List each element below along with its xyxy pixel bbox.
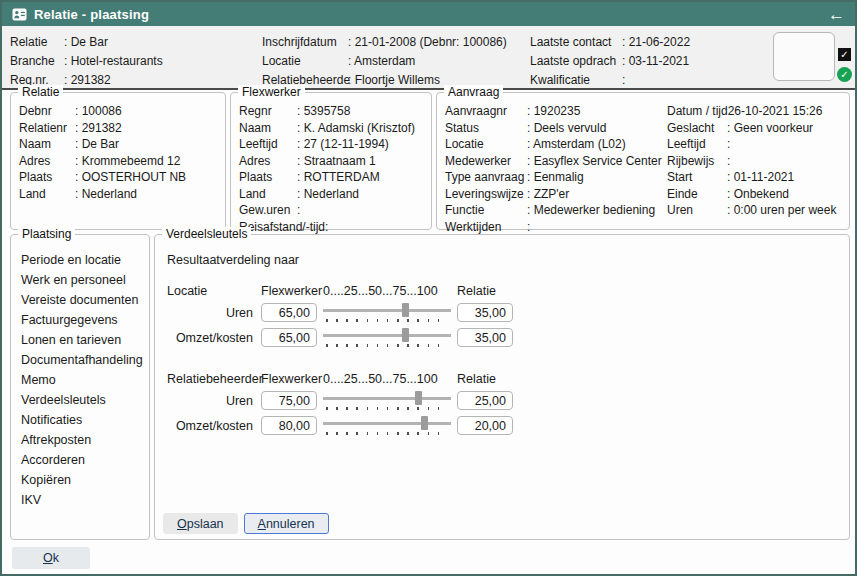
locatie-uren-flexwerker-input[interactable] [261, 303, 317, 322]
info-row: Debnr: 100086 [19, 103, 225, 120]
relatie-column-header: Relatie [457, 284, 513, 298]
slider-track [323, 334, 451, 337]
approved-check-icon: ✓ [837, 67, 852, 82]
contact-card-icon [12, 8, 27, 21]
info-row: Geslacht: Geen voorkeur [667, 120, 836, 137]
checkbox-checked-icon[interactable]: ✓ [838, 48, 851, 61]
relatie-panel-legend: Relatie [18, 85, 63, 100]
locatie-group-header: Locatie Flexwerker 0....25...50...75...1… [167, 284, 849, 298]
flexwerker-column-header: Flexwerker [261, 372, 317, 386]
sidebar-item-aftrekposten[interactable]: Aftrekposten [21, 430, 149, 450]
aanvraag-panel-legend: Aanvraag [444, 85, 503, 100]
info-row: Rijbewijs: [667, 153, 836, 170]
window-title: Relatie - plaatsing [34, 7, 149, 22]
locatie-omzet-flexwerker-input[interactable] [261, 328, 317, 347]
relatiebeheerder-omzet-flexwerker-input[interactable] [261, 416, 317, 435]
info-row: Werktijden: [445, 219, 667, 236]
row-label: Omzet/kosten [167, 331, 255, 345]
group-name: Locatie [167, 284, 255, 298]
scale-header: 0....25...50...75...100 [323, 372, 451, 386]
info-row-inschrijfdatum: Inschrijfdatum: 21-01-2008 (Debnr: 10008… [262, 33, 507, 52]
verdeelsleutels-panel: Verdeelsleutels Resultaatverdeling naar … [154, 234, 850, 540]
sidebar-item-documentafhandeling[interactable]: Documentafhandeling [21, 350, 149, 370]
info-row: Start: 01-11-2021 [667, 169, 836, 186]
info-row: Functie: Medewerker bediening [445, 202, 667, 219]
info-row: Regnr: 5395758 [239, 103, 431, 120]
back-arrow-button[interactable]: ← [828, 6, 845, 23]
slider-track [323, 309, 451, 312]
info-row: Reisafstand/-tijd: [239, 219, 431, 236]
photo-placeholder [773, 32, 835, 81]
locatie-omzet-row: Omzet/kosten [167, 327, 849, 348]
relatiebeheerder-omzet-row: Omzet/kosten [167, 415, 849, 436]
info-row: Adres: Krommebeemd 12 [19, 153, 225, 170]
relatiebeheerder-group-header: Relatiebeheerder Flexwerker 0....25...50… [167, 372, 849, 386]
sidebar-item-factuurgegevens[interactable]: Factuurgegevens [21, 310, 149, 330]
locatie-omzet-relatie-input[interactable] [457, 328, 513, 347]
group-name: Relatiebeheerder [167, 372, 255, 386]
row-label: Omzet/kosten [167, 419, 255, 433]
sidebar-item-lonen-en-tarieven[interactable]: Lonen en tarieven [21, 330, 149, 350]
info-row: Type aanvraag: Eenmalig [445, 169, 667, 186]
relatie-panel: Relatie Debnr: 100086 Relatienr: 291382 … [10, 92, 226, 230]
slider-handle[interactable] [415, 391, 422, 405]
cancel-button[interactable]: Annuleren [244, 513, 329, 534]
info-row: Datum / tijd26-10-2021 15:26 [667, 103, 836, 120]
info-row: Plaats: OOSTERHOUT NB [19, 169, 225, 186]
sidebar-item-verdeelsleutels[interactable]: Verdeelsleutels [21, 390, 149, 410]
slider-handle[interactable] [402, 328, 409, 342]
relatiebeheerder-uren-flexwerker-input[interactable] [261, 391, 317, 410]
scale-header: 0....25...50...75...100 [323, 284, 451, 298]
slider-track [323, 397, 451, 400]
verdeelsleutels-panel-legend: Verdeelsleutels [162, 227, 251, 242]
info-row: Locatie: Amsterdam (L02) [445, 136, 667, 153]
flexwerker-column-header: Flexwerker [261, 284, 317, 298]
relation-header: Relatie: De Bar Branche: Hotel-restauran… [2, 26, 855, 90]
sidebar-item-kopieren[interactable]: Kopiëren [21, 470, 149, 490]
relatiebeheerder-omzet-slider[interactable] [323, 415, 451, 436]
info-row: Leveringswijze: ZZP'er [445, 186, 667, 203]
slider-handle[interactable] [421, 416, 428, 430]
flexwerker-panel-legend: Flexwerker [238, 85, 305, 100]
relatiebeheerder-omzet-relatie-input[interactable] [457, 416, 513, 435]
slider-handle[interactable] [402, 303, 409, 317]
header-column-1: Relatie: De Bar Branche: Hotel-restauran… [10, 33, 163, 90]
aanvraag-left-column: Aanvraagnr: 1920235 Status: Deels vervul… [445, 103, 667, 235]
info-row: Adres: Straatnaam 1 [239, 153, 431, 170]
header-column-2: Inschrijfdatum: 21-01-2008 (Debnr: 10008… [262, 33, 507, 90]
locatie-uren-slider[interactable] [323, 302, 451, 323]
plaatsing-sidebar-legend: Plaatsing [18, 227, 75, 242]
relatiebeheerder-uren-relatie-input[interactable] [457, 391, 513, 410]
aanvraag-right-column: Datum / tijd26-10-2021 15:26 Geslacht: G… [667, 103, 836, 235]
relatie-column-header: Relatie [457, 372, 513, 386]
sidebar-item-notificaties[interactable]: Notificaties [21, 410, 149, 430]
info-row: Naam: K. Adamski (Krisztof) [239, 120, 431, 137]
header-column-3: Laatste contact: 21-06-2022 Laatste opdr… [530, 33, 690, 90]
sidebar-item-werk-en-personeel[interactable]: Werk en personeel [21, 270, 149, 290]
sidebar-item-periode-en-locatie[interactable]: Periode en locatie [21, 250, 149, 270]
info-row-branche: Branche: Hotel-restaurants [10, 52, 163, 71]
relatiebeheerder-uren-slider[interactable] [323, 390, 451, 411]
ok-button[interactable]: Ok [12, 547, 90, 569]
sidebar-item-memo[interactable]: Memo [21, 370, 149, 390]
info-row-kwalificatie: Kwalificatie: [530, 71, 690, 90]
locatie-omzet-slider[interactable] [323, 327, 451, 348]
info-row: Medewerker: Easyflex Service Center [445, 153, 667, 170]
sidebar-item-ikv[interactable]: IKV [21, 490, 149, 510]
info-row: Land: Nederland [239, 186, 431, 203]
relatiebeheerder-uren-row: Uren [167, 390, 849, 411]
info-row: Relatienr: 291382 [19, 120, 225, 137]
sidebar-item-accorderen[interactable]: Accorderen [21, 450, 149, 470]
title-bar: Relatie - plaatsing ← [2, 2, 855, 26]
locatie-uren-relatie-input[interactable] [457, 303, 513, 322]
info-row-laatste-contact: Laatste contact: 21-06-2022 [530, 33, 690, 52]
sidebar-item-vereiste-documenten[interactable]: Vereiste documenten [21, 290, 149, 310]
info-row: Gew.uren: [239, 202, 431, 219]
info-row: Aanvraagnr: 1920235 [445, 103, 667, 120]
save-button[interactable]: Opslaan [163, 513, 238, 534]
info-row: Uren: 0:00 uren per week [667, 202, 836, 219]
row-label: Uren [167, 306, 255, 320]
slider-ticks [326, 319, 448, 322]
result-distribution-title: Resultaatverdeling naar [167, 253, 849, 267]
slider-ticks [326, 407, 448, 410]
